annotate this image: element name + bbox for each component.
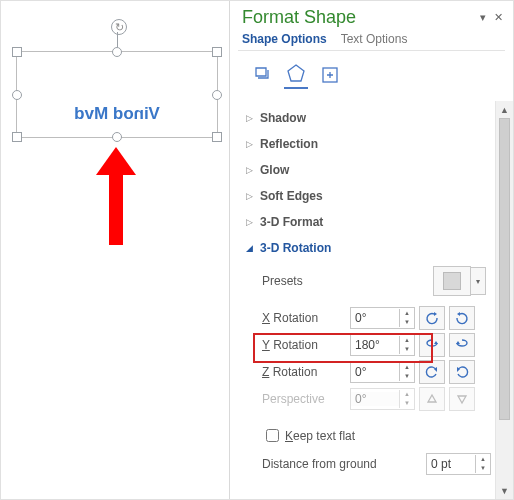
resize-handle-bl[interactable]: [12, 132, 22, 142]
mirrored-text[interactable]: Vinod Mvd: [17, 104, 217, 124]
x-rotation-label: X X RotationRotation: [262, 311, 350, 325]
panel-close-icon[interactable]: ✕: [494, 11, 503, 24]
spin-up-icon[interactable]: ▲: [476, 455, 490, 464]
selected-text-box[interactable]: ↻ Vinod Mvd: [16, 51, 218, 138]
spin-up-icon[interactable]: ▲: [400, 336, 414, 345]
y-rotation-input[interactable]: ▲▼: [350, 334, 415, 356]
perspective-up-button: [419, 387, 445, 411]
x-rotate-right-button[interactable]: [449, 306, 475, 330]
resize-handle-br[interactable]: [212, 132, 222, 142]
tab-shape-options[interactable]: Shape Options: [242, 32, 327, 50]
spin-down-icon[interactable]: ▼: [400, 372, 414, 381]
spin-down-icon[interactable]: ▼: [400, 318, 414, 327]
resize-handle-t[interactable]: [112, 47, 122, 57]
tab-text-options[interactable]: Text Options: [341, 32, 408, 50]
perspective-label: Perspective: [262, 392, 350, 406]
z-rotate-ccw-button[interactable]: [419, 360, 445, 384]
section-3d-rotation[interactable]: ◢3-D Rotation: [244, 235, 491, 261]
size-properties-icon[interactable]: [318, 63, 342, 87]
fill-line-icon[interactable]: [250, 63, 274, 87]
spin-down-icon[interactable]: ▼: [476, 464, 490, 473]
resize-handle-b[interactable]: [112, 132, 122, 142]
y-rotation-label: Y Rotation: [262, 338, 350, 352]
scroll-up-icon[interactable]: ▲: [496, 101, 513, 118]
presets-button[interactable]: ▾: [433, 266, 471, 296]
z-rotation-label: Z Rotation: [262, 365, 350, 379]
resize-handle-r[interactable]: [212, 90, 222, 100]
panel-scrollbar[interactable]: ▲ ▼: [495, 101, 513, 499]
distance-input[interactable]: ▲▼: [426, 453, 491, 475]
z-rotation-input[interactable]: ▲▼: [350, 361, 415, 383]
x-rotate-left-button[interactable]: [419, 306, 445, 330]
section-reflection[interactable]: ▷Reflection: [244, 131, 491, 157]
scroll-down-icon[interactable]: ▼: [496, 482, 513, 499]
y-rotate-left-button[interactable]: [419, 333, 445, 357]
z-rotate-cw-button[interactable]: [449, 360, 475, 384]
panel-title: Format Shape: [242, 7, 356, 28]
panel-move-icon[interactable]: ▾: [480, 11, 486, 24]
section-glow[interactable]: ▷Glow: [244, 157, 491, 183]
section-soft-edges[interactable]: ▷Soft Edges: [244, 183, 491, 209]
spin-up-icon[interactable]: ▲: [400, 363, 414, 372]
resize-handle-l[interactable]: [12, 90, 22, 100]
preset-preview-icon: [443, 272, 461, 290]
perspective-input: ▲▼: [350, 388, 415, 410]
distance-label: Distance from ground: [262, 457, 426, 471]
section-3d-format[interactable]: ▷3-D Format: [244, 209, 491, 235]
svg-marker-0: [288, 65, 304, 81]
spin-down-icon[interactable]: ▼: [400, 345, 414, 354]
annotation-arrow: [96, 147, 136, 245]
format-shape-panel: Format Shape ▾ ✕ Shape Options Text Opti…: [229, 1, 513, 499]
spin-up-icon[interactable]: ▲: [400, 309, 414, 318]
perspective-down-button: [449, 387, 475, 411]
resize-handle-tl[interactable]: [12, 47, 22, 57]
effects-icon[interactable]: [284, 61, 308, 89]
document-canvas[interactable]: ↻ Vinod Mvd: [1, 1, 228, 500]
scroll-thumb[interactable]: [499, 118, 510, 420]
presets-label: Presets: [262, 274, 350, 288]
keep-text-flat-checkbox[interactable]: Keep text flat Keep text flat: [244, 422, 491, 449]
rotation-handle[interactable]: ↻: [111, 19, 127, 35]
presets-dropdown-icon[interactable]: ▾: [471, 267, 486, 295]
y-rotate-right-button[interactable]: [449, 333, 475, 357]
section-shadow[interactable]: ▷Shadow: [244, 105, 491, 131]
x-rotation-input[interactable]: ▲▼: [350, 307, 415, 329]
resize-handle-tr[interactable]: [212, 47, 222, 57]
